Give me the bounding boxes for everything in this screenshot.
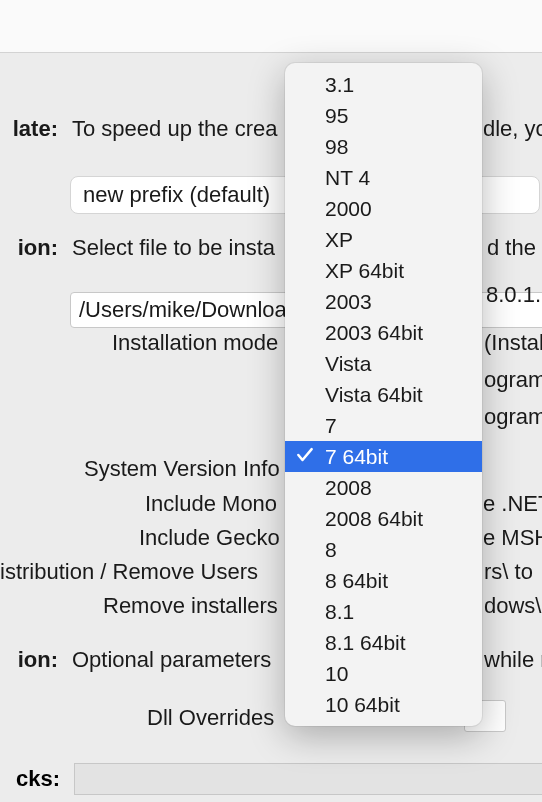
text-program-tail-2: ogram (484, 404, 542, 430)
system-version-option[interactable]: 2003 64bit (285, 317, 482, 348)
system-version-option[interactable]: NT 4 (285, 162, 482, 193)
text-windows-tail: dows\ (484, 593, 541, 619)
system-version-option[interactable]: XP 64bit (285, 255, 482, 286)
system-version-option-label: 2003 64bit (325, 321, 423, 345)
system-version-option-label: Vista (325, 352, 371, 376)
system-version-option-label: 95 (325, 104, 348, 128)
system-version-option-label: 98 (325, 135, 348, 159)
system-version-option[interactable]: 2003 (285, 286, 482, 317)
text-msh-tail: e MSH (483, 525, 542, 551)
system-version-option-label: 7 64bit (325, 445, 388, 469)
system-version-option-label: 8.1 (325, 600, 354, 624)
text-net-tail: e .NET (483, 491, 542, 517)
system-version-option-label: 2003 (325, 290, 372, 314)
label-distribution-remove-users: istribution / Remove Users (0, 559, 258, 585)
text-users-tail: rs\ to (484, 559, 533, 585)
label-installation: ion: (0, 235, 58, 261)
system-version-option-label: XP (325, 228, 353, 252)
system-version-option-label: XP 64bit (325, 259, 404, 283)
system-version-option[interactable]: XP (285, 224, 482, 255)
system-version-option[interactable]: 10 64bit (285, 689, 482, 720)
label-options: ion: (0, 647, 58, 673)
label-include-mono: Include Mono (145, 491, 277, 517)
prefix-template-value: new prefix (default) (83, 182, 270, 207)
install-desc: Select file to be insta (72, 235, 275, 261)
label-system-version-info: System Version Info (84, 456, 280, 482)
system-version-option-label: 10 (325, 662, 348, 686)
label-dll-overrides: Dll Overrides (147, 705, 274, 731)
system-version-option[interactable]: Vista (285, 348, 482, 379)
label-prefix-template: late: (0, 116, 58, 142)
system-version-option-label: 7 (325, 414, 337, 438)
system-version-option[interactable]: 8 (285, 534, 482, 565)
system-version-option[interactable]: 8.1 64bit (285, 627, 482, 658)
install-desc-tail: d the (487, 235, 536, 261)
label-optional-parameters: Optional parameters (72, 647, 271, 673)
template-desc-tail: dle, yo (483, 116, 542, 142)
system-version-option-label: 8 (325, 538, 337, 562)
system-version-option-label: NT 4 (325, 166, 370, 190)
system-version-option-label: 3.1 (325, 73, 354, 97)
text-install-tail: (Instal (484, 330, 542, 356)
label-installation-mode: Installation mode (112, 330, 278, 356)
system-version-option[interactable]: 98 (285, 131, 482, 162)
system-version-option-label: 2008 64bit (325, 507, 423, 531)
system-version-option[interactable]: 8.1 (285, 596, 482, 627)
system-version-option[interactable]: Vista 64bit (285, 379, 482, 410)
system-version-option[interactable]: 8 64bit (285, 565, 482, 596)
text-while-tail: while r (484, 647, 542, 673)
label-remove-installers: Remove installers (103, 593, 278, 619)
install-path-value: /Users/mike/Downloa (79, 297, 287, 322)
system-version-option[interactable]: 2008 (285, 472, 482, 503)
system-version-option[interactable]: 10 (285, 658, 482, 689)
install-path-tail: 8.0.1. (486, 282, 541, 308)
window-toolbar (0, 0, 542, 53)
system-version-option-label: Vista 64bit (325, 383, 423, 407)
system-version-option[interactable]: 7 (285, 410, 482, 441)
system-version-option[interactable]: 7 64bit (285, 441, 482, 472)
text-program-tail-1: ogram (484, 367, 542, 393)
system-version-option[interactable]: 3.1 (285, 69, 482, 100)
system-version-option[interactable]: 2008 64bit (285, 503, 482, 534)
system-version-option-label: 10 64bit (325, 693, 400, 717)
label-winetricks: cks: (0, 766, 60, 792)
system-version-option-label: 2000 (325, 197, 372, 221)
system-version-option-label: 8 64bit (325, 569, 388, 593)
winetricks-field[interactable] (74, 763, 542, 795)
label-include-gecko: Include Gecko (139, 525, 280, 551)
system-version-option-label: 2008 (325, 476, 372, 500)
system-version-dropdown[interactable]: 3.19598NT 42000XPXP 64bit20032003 64bitV… (285, 63, 482, 726)
check-icon (295, 445, 315, 465)
system-version-option[interactable]: 95 (285, 100, 482, 131)
system-version-option[interactable]: 2000 (285, 193, 482, 224)
system-version-option-label: 8.1 64bit (325, 631, 406, 655)
template-desc: To speed up the crea (72, 116, 277, 142)
